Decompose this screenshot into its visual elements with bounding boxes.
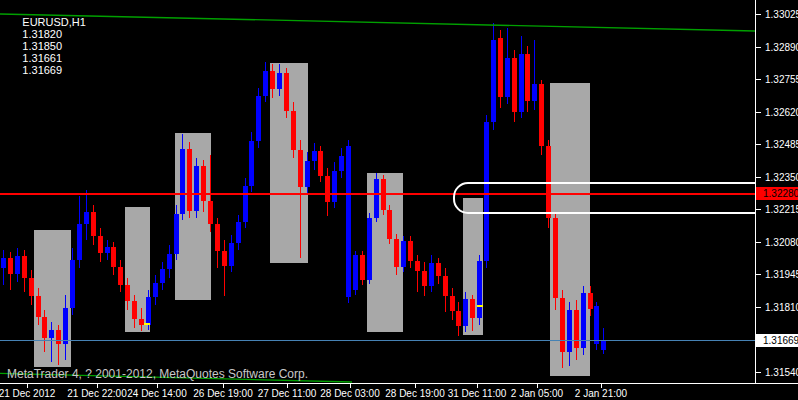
candle-body <box>567 310 572 352</box>
candle-body <box>270 71 275 89</box>
candle-body <box>450 296 455 311</box>
candle-body <box>532 84 537 101</box>
candle-body <box>29 278 34 296</box>
ohlc-low: 1.31661 <box>22 52 62 64</box>
support-current-price-hline <box>0 340 755 341</box>
price-tick-label: 1.31810 <box>765 301 798 312</box>
candle-body <box>229 243 234 266</box>
price-tick <box>756 79 761 80</box>
candle-body <box>312 151 317 161</box>
price-tick <box>756 144 761 145</box>
candle-body <box>63 308 68 344</box>
time-tick-label: 26 Dec 19:00 <box>193 388 253 399</box>
candle-body <box>346 146 351 297</box>
candle-body <box>56 330 61 344</box>
price-tick-label: 1.32215 <box>765 204 798 215</box>
candle-body <box>15 256 20 274</box>
candle-body <box>91 212 96 236</box>
candle-body <box>277 73 282 89</box>
candle-body <box>491 40 496 122</box>
candle-body <box>429 263 434 286</box>
price-tick-label: 1.32350 <box>765 171 798 182</box>
candle-body <box>70 260 75 308</box>
candle-body <box>553 218 558 298</box>
candle-body <box>36 296 41 317</box>
time-tick-label: 21 Dec 2012 <box>0 388 55 399</box>
ohlc-open: 1.31820 <box>22 28 62 40</box>
time-tick-label: 28 Dec 19:00 <box>385 388 445 399</box>
price-tick <box>756 14 761 15</box>
candle-body <box>463 299 468 326</box>
price-tick <box>756 177 761 178</box>
price-tick <box>756 112 761 113</box>
candle-body <box>256 96 261 141</box>
price-tick-label: 1.32620 <box>765 106 798 117</box>
candle-body <box>194 166 199 211</box>
candle-body <box>360 255 365 280</box>
time-tick-label: 2 Jan 21:00 <box>575 388 627 399</box>
candle-body <box>588 293 593 309</box>
candle-body <box>443 276 448 296</box>
candle-body <box>601 341 606 351</box>
time-tick-label: 21 Dec 22:00 <box>67 388 127 399</box>
candle-body <box>394 239 399 267</box>
time-tick-label: 27 Dec 11:00 <box>258 388 317 399</box>
symbol-period-label: EURUSD,H1 <box>22 16 86 28</box>
highlight-ellipse <box>453 182 756 214</box>
candle-body <box>436 263 441 276</box>
price-tick-label: 1.32890 <box>765 41 798 52</box>
candle-body <box>318 151 323 176</box>
signal-marker <box>144 323 150 325</box>
candle-body <box>118 267 123 285</box>
candle-body <box>305 161 310 187</box>
price-tick <box>756 307 761 308</box>
candle-body <box>525 54 530 101</box>
time-tick-label: 24 Dec 14:00 <box>127 388 187 399</box>
candle-body <box>201 166 206 201</box>
price-tick <box>756 209 761 210</box>
candle-body <box>160 269 165 283</box>
time-tick-label: 31 Dec 11:00 <box>448 388 507 399</box>
plot-area[interactable]: EURUSD,H1 1.31820 1.31850 1.31661 1.3166… <box>0 0 756 384</box>
candle-body <box>42 317 47 338</box>
price-tick-label: 1.32080 <box>765 236 798 247</box>
candle-body <box>519 54 524 112</box>
candle-body <box>243 186 248 222</box>
price-axis[interactable]: 1.330251.328901.327551.326201.324851.323… <box>756 0 798 383</box>
price-tick-label: 1.32485 <box>765 139 798 150</box>
candle-wick <box>224 240 225 296</box>
price-tick <box>756 372 761 373</box>
time-axis[interactable]: 21 Dec 201221 Dec 22:0024 Dec 14:0026 De… <box>0 384 798 400</box>
candle-body <box>498 38 503 97</box>
candle-body <box>215 224 220 251</box>
candle-body <box>222 251 227 266</box>
candle-body <box>125 285 130 301</box>
candle-body <box>111 247 116 267</box>
candle-body <box>187 149 192 211</box>
candle-body <box>401 241 406 267</box>
candle-body <box>415 261 420 271</box>
candle-body <box>387 210 392 239</box>
candle-body <box>153 283 158 297</box>
price-tick <box>756 274 761 275</box>
candle-body <box>456 311 461 326</box>
candle-body <box>574 310 579 348</box>
candle-body <box>77 224 82 260</box>
upper-channel-trendline <box>0 14 755 31</box>
candle-body <box>332 171 337 202</box>
price-tick-label: 1.31945 <box>765 269 798 280</box>
candle-body <box>594 306 599 344</box>
candle-body <box>381 179 386 210</box>
candle-body <box>22 256 27 278</box>
candle-body <box>291 111 296 150</box>
candle-body <box>1 258 6 268</box>
candle-body <box>105 247 110 253</box>
ohlc-close: 1.31669 <box>22 64 62 76</box>
candle-body <box>284 73 289 111</box>
candle-body <box>408 241 413 261</box>
candle-body <box>208 201 213 224</box>
signal-marker <box>477 305 483 307</box>
candle-body <box>84 212 89 224</box>
candle-body <box>132 301 137 319</box>
candle-body <box>249 141 254 186</box>
